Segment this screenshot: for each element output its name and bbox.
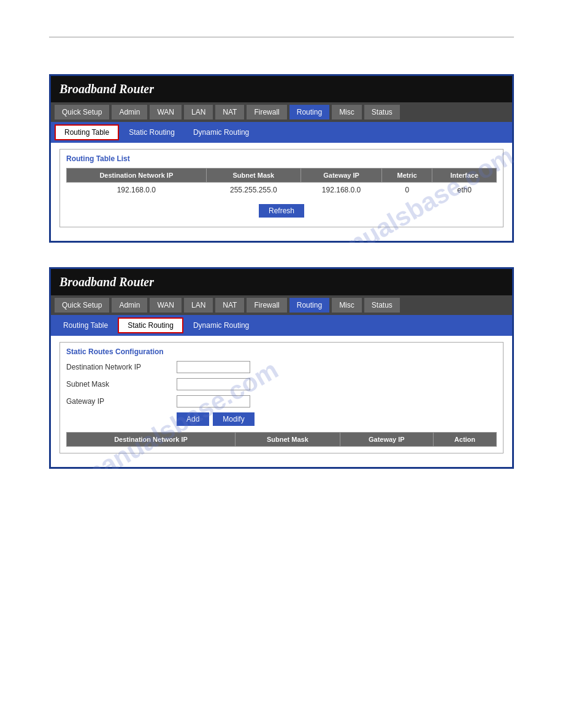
router-title-1: Broadband Router: [59, 82, 154, 96]
nav-lan-1[interactable]: LAN: [184, 105, 213, 119]
refresh-row: Refresh: [67, 197, 497, 221]
form-row-gateway: Gateway IP: [66, 395, 497, 408]
tab-dynamic-routing-1[interactable]: Dynamic Routing: [185, 126, 258, 139]
nav-firewall-2[interactable]: Firewall: [247, 298, 286, 313]
nav-admin-1[interactable]: Admin: [112, 105, 147, 119]
routing-table-section-title: Routing Table List: [66, 154, 497, 163]
input-gateway-ip[interactable]: [177, 395, 250, 408]
cell-gateway: 192.168.0.0: [301, 183, 382, 198]
form-row-dest: Destination Network IP: [66, 361, 497, 373]
nav-admin-2[interactable]: Admin: [112, 298, 147, 313]
nav-status-1[interactable]: Status: [364, 105, 400, 119]
tab-bar-2: Routing Table Static Routing Dynamic Rou…: [51, 315, 512, 336]
label-dest-ip: Destination Network IP: [66, 363, 170, 371]
col-gateway-2: Gateway IP: [340, 433, 433, 447]
panel-content-1: Routing Table List Destination Network I…: [51, 143, 512, 241]
routing-table: Destination Network IP Subnet Mask Gatew…: [66, 168, 497, 221]
cell-interface: eth0: [432, 183, 497, 198]
col-gateway-1: Gateway IP: [301, 169, 382, 183]
add-button[interactable]: Add: [177, 412, 209, 426]
static-routing-table: Destination Network IP Subnet Mask Gatew…: [66, 432, 497, 447]
nav-routing-2[interactable]: Routing: [289, 298, 329, 313]
col-dest-ip-2: Destination Network IP: [67, 433, 236, 447]
router-title-2: Broadband Router: [59, 275, 154, 289]
router-panel-1: Broadband Router Quick Setup Admin WAN L…: [49, 74, 514, 243]
tab-routing-table-2[interactable]: Routing Table: [55, 319, 117, 332]
cell-metric: 0: [382, 183, 432, 198]
col-subnet-2: Subnet Mask: [236, 433, 340, 447]
label-gateway-ip: Gateway IP: [66, 397, 170, 406]
nav-quick-setup-2[interactable]: Quick Setup: [55, 298, 109, 313]
tab-static-routing-2[interactable]: Static Routing: [118, 317, 183, 333]
nav-status-2[interactable]: Status: [364, 298, 400, 313]
col-interface-1: Interface: [432, 169, 497, 183]
modify-button[interactable]: Modify: [213, 412, 254, 426]
nav-firewall-1[interactable]: Firewall: [247, 105, 286, 119]
input-dest-ip[interactable]: [177, 361, 250, 373]
routing-table-section: Routing Table List Destination Network I…: [59, 149, 504, 227]
col-dest-ip-1: Destination Network IP: [67, 169, 207, 183]
nav-misc-1[interactable]: Misc: [332, 105, 362, 119]
cell-subnet: 255.255.255.0: [206, 183, 301, 198]
refresh-cell: Refresh: [67, 197, 497, 221]
nav-nat-2[interactable]: NAT: [215, 298, 244, 313]
panel-content-2: Static Routes Configuration Destination …: [51, 336, 512, 467]
tab-bar-1: Routing Table Static Routing Dynamic Rou…: [51, 122, 512, 143]
router-header-1: Broadband Router: [51, 76, 512, 102]
router-header-2: Broadband Router: [51, 269, 512, 295]
nav-routing-1[interactable]: Routing: [289, 105, 329, 119]
col-action-2: Action: [433, 433, 496, 447]
table-row: 192.168.0.0 255.255.255.0 192.168.0.0 0 …: [67, 183, 497, 198]
refresh-button[interactable]: Refresh: [259, 204, 304, 218]
input-subnet-mask[interactable]: [177, 378, 250, 390]
cell-dest-ip: 192.168.0.0: [67, 183, 207, 198]
nav-wan-2[interactable]: WAN: [150, 298, 182, 313]
static-routing-section: Static Routes Configuration Destination …: [59, 342, 504, 453]
nav-bar-1: Quick Setup Admin WAN LAN NAT Firewall R…: [51, 102, 512, 122]
nav-bar-2: Quick Setup Admin WAN LAN NAT Firewall R…: [51, 295, 512, 315]
tab-static-routing-1[interactable]: Static Routing: [120, 126, 183, 139]
nav-wan-1[interactable]: WAN: [150, 105, 182, 119]
nav-nat-1[interactable]: NAT: [215, 105, 244, 119]
nav-misc-2[interactable]: Misc: [332, 298, 362, 313]
form-buttons: Add Modify: [66, 412, 497, 426]
page-divider: [49, 37, 514, 37]
tab-routing-table-1[interactable]: Routing Table: [55, 124, 119, 140]
nav-quick-setup-1[interactable]: Quick Setup: [55, 105, 109, 119]
router-panel-2: Broadband Router Quick Setup Admin WAN L…: [49, 267, 514, 469]
col-subnet-1: Subnet Mask: [206, 169, 301, 183]
form-row-subnet: Subnet Mask: [66, 378, 497, 390]
tab-dynamic-routing-2[interactable]: Dynamic Routing: [185, 319, 258, 332]
label-subnet-mask: Subnet Mask: [66, 380, 170, 389]
col-metric-1: Metric: [382, 169, 432, 183]
static-routing-section-title: Static Routes Configuration: [66, 347, 497, 356]
nav-lan-2[interactable]: LAN: [184, 298, 213, 313]
